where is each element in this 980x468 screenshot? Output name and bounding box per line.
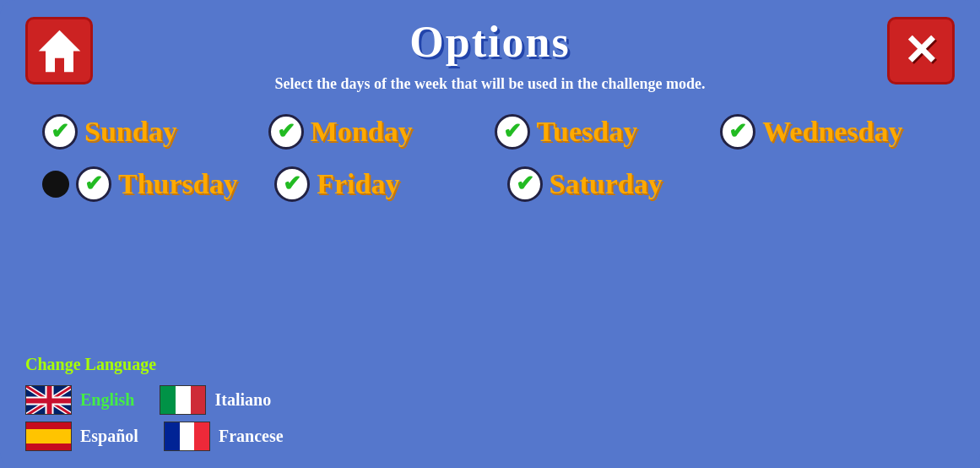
home-button[interactable] [25, 17, 93, 84]
checkmark-friday: ✔ [283, 173, 301, 195]
language-section: Change Language [25, 355, 284, 451]
page-title: Options [409, 17, 570, 67]
language-row-1: English Italiano [25, 385, 284, 415]
flag-france [164, 422, 210, 451]
day-item-sunday[interactable]: ✔ Sunday [42, 114, 260, 150]
checkbox-monday[interactable]: ✔ [268, 114, 304, 150]
checkmark-monday: ✔ [277, 121, 295, 143]
day-label-monday: Monday [311, 116, 413, 148]
language-row-2: Español Francese [25, 422, 284, 451]
checkbox-thursday[interactable]: ✔ [76, 166, 111, 202]
subtitle-text: Select the days of the week that will be… [17, 75, 963, 93]
selection-indicator-thursday [42, 171, 69, 198]
day-item-thursday[interactable]: ✔ Thursday [42, 166, 266, 202]
day-label-sunday: Sunday [84, 116, 177, 148]
checkbox-wednesday[interactable]: ✔ [720, 114, 755, 150]
language-espanol[interactable]: Español [25, 422, 138, 451]
language-italiano-label: Italiano [214, 390, 271, 410]
checkmark-thursday: ✔ [84, 173, 103, 195]
flag-italy [160, 385, 206, 415]
language-francese-label: Francese [219, 427, 284, 446]
checkbox-sunday[interactable]: ✔ [42, 114, 78, 150]
day-item-monday[interactable]: ✔ Monday [268, 114, 486, 150]
day-item-tuesday[interactable]: ✔ Tuesday [495, 114, 712, 150]
options-screen: Options ✕ Select the days of the week th… [0, 0, 980, 468]
day-item-wednesday[interactable]: ✔ Wednesday [720, 114, 938, 150]
language-italiano[interactable]: Italiano [160, 385, 271, 415]
flag-spain [25, 422, 72, 451]
header: Options ✕ [17, 17, 963, 67]
day-label-saturday: Saturday [550, 168, 663, 200]
days-row-1: ✔ Sunday ✔ Monday ✔ Tuesday ✔ Wednesday [17, 114, 963, 150]
flag-uk [25, 385, 72, 415]
language-english[interactable]: English [25, 385, 134, 415]
checkbox-saturday[interactable]: ✔ [507, 166, 543, 202]
close-button[interactable]: ✕ [887, 17, 955, 84]
day-label-thursday: Thursday [118, 168, 238, 200]
day-label-tuesday: Tuesday [537, 116, 638, 148]
language-section-title: Change Language [25, 355, 284, 374]
day-label-friday: Friday [317, 168, 399, 200]
checkbox-tuesday[interactable]: ✔ [495, 114, 530, 150]
language-english-label: English [80, 390, 134, 410]
day-item-saturday[interactable]: ✔ Saturday [507, 166, 731, 202]
day-item-friday[interactable]: ✔ Friday [274, 166, 498, 202]
svg-marker-0 [38, 30, 80, 72]
close-icon: ✕ [903, 30, 939, 72]
checkmark-saturday: ✔ [516, 173, 534, 195]
checkbox-friday[interactable]: ✔ [274, 166, 310, 202]
days-row-2: ✔ Thursday ✔ Friday ✔ Saturday [17, 166, 963, 202]
checkmark-wednesday: ✔ [728, 121, 747, 143]
checkmark-sunday: ✔ [51, 121, 69, 143]
checkmark-tuesday: ✔ [503, 121, 522, 143]
language-espanol-label: Español [80, 427, 138, 446]
day-label-wednesday: Wednesday [762, 116, 902, 148]
language-francese[interactable]: Francese [164, 422, 284, 451]
